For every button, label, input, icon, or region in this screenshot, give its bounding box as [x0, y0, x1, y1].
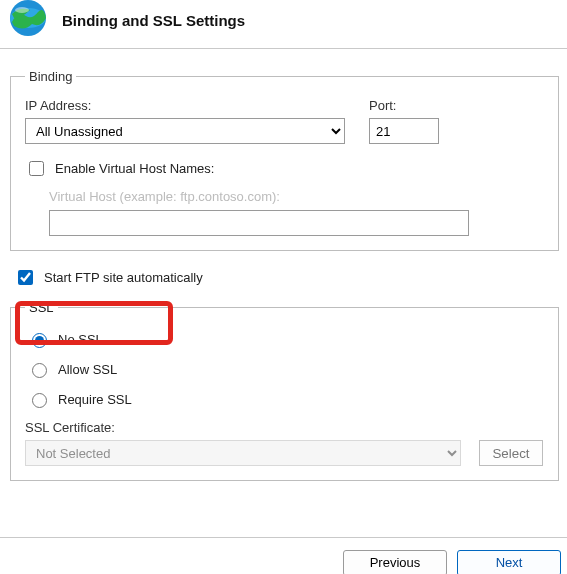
no-ssl-label: No SSL: [58, 332, 103, 347]
ip-address-select[interactable]: All Unassigned: [25, 118, 345, 144]
dialog-body: Binding IP Address: All Unassigned Port:…: [0, 69, 567, 537]
dialog-footer: Previous Next: [0, 537, 567, 574]
no-ssl-radio[interactable]: [32, 333, 47, 348]
port-input[interactable]: [369, 118, 439, 144]
ssl-certificate-label: SSL Certificate:: [25, 420, 544, 435]
allow-ssl-radio[interactable]: [32, 363, 47, 378]
require-ssl-radio[interactable]: [32, 393, 47, 408]
allow-ssl-label: Allow SSL: [58, 362, 117, 377]
port-label: Port:: [369, 98, 439, 113]
page-title: Binding and SSL Settings: [62, 12, 245, 29]
globe-icon: [8, 0, 48, 38]
binding-legend: Binding: [25, 69, 76, 84]
binding-group: Binding IP Address: All Unassigned Port:…: [10, 69, 559, 251]
ssl-certificate-select: Not Selected: [25, 440, 461, 466]
enable-virtual-host-label: Enable Virtual Host Names:: [55, 161, 214, 176]
next-button[interactable]: Next: [457, 550, 561, 575]
svg-point-2: [15, 7, 29, 13]
previous-button[interactable]: Previous: [343, 550, 447, 575]
virtual-host-input: [49, 210, 469, 236]
enable-virtual-host-checkbox[interactable]: [29, 161, 44, 176]
ip-address-label: IP Address:: [25, 98, 345, 113]
ssl-legend: SSL: [25, 300, 58, 315]
dialog-header: Binding and SSL Settings: [0, 0, 567, 48]
ssl-certificate-select-button: Select: [479, 440, 543, 466]
start-ftp-auto-checkbox[interactable]: [18, 270, 33, 285]
require-ssl-label: Require SSL: [58, 392, 132, 407]
header-divider: [0, 48, 567, 49]
start-ftp-auto-label: Start FTP site automatically: [44, 270, 203, 285]
virtual-host-label: Virtual Host (example: ftp.contoso.com):: [49, 189, 544, 204]
ssl-group: SSL No SSL Allow SSL Require SSL SSL Cer…: [10, 300, 559, 481]
